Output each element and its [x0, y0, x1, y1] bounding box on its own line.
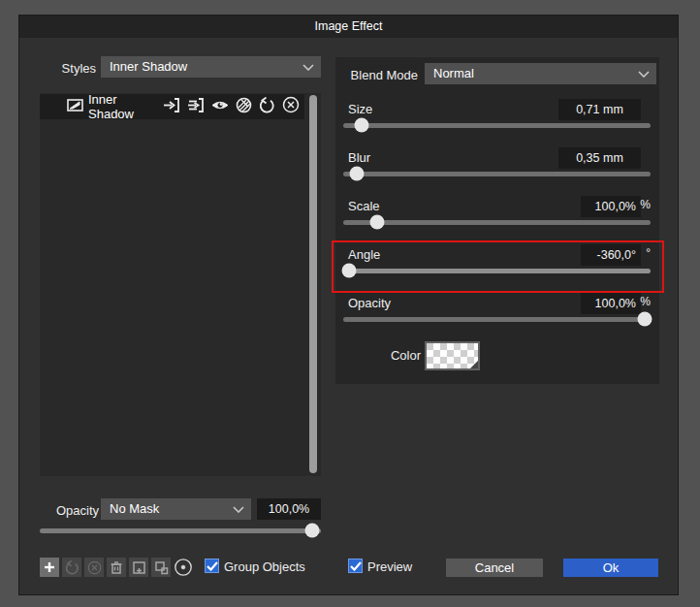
slider-handle[interactable] — [369, 215, 384, 230]
dialog-title: Image Effect — [315, 19, 383, 33]
slider-track[interactable] — [343, 317, 651, 322]
mask-opacity-value[interactable]: 100,0% — [257, 498, 321, 520]
styles-dropdown[interactable]: Inner Shadow — [101, 56, 321, 78]
mask-opacity-slider[interactable] — [40, 524, 321, 538]
chevron-down-icon — [233, 506, 244, 513]
blend-mode-dropdown[interactable]: Normal — [425, 63, 656, 84]
duplicate-icon[interactable] — [151, 558, 171, 577]
layer-row-inner-shadow[interactable]: Inner Shadow — [40, 94, 304, 119]
import-multiple-icon[interactable] — [187, 97, 205, 117]
mask-opacity-label: Opacity — [19, 503, 99, 518]
group-objects-label: Group Objects — [224, 559, 305, 574]
delete-icon[interactable] — [107, 558, 126, 577]
layer-toolbar — [40, 558, 193, 577]
size-slider[interactable] — [343, 118, 651, 133]
blend-mode-value: Normal — [433, 66, 474, 80]
remove-icon[interactable] — [282, 96, 300, 117]
blur-label: Blur — [348, 150, 370, 165]
scale-value[interactable]: 100,0% — [581, 196, 641, 217]
styles-dropdown-value: Inner Shadow — [110, 59, 187, 74]
scale-label: Scale — [348, 199, 380, 213]
scale-slider[interactable] — [343, 215, 651, 230]
slider-track[interactable] — [343, 172, 651, 176]
angle-label: Angle — [348, 247, 380, 262]
chevron-down-icon — [638, 71, 650, 78]
slider-track[interactable] — [343, 220, 651, 225]
layer-list-scrollbar[interactable] — [309, 95, 317, 473]
angle-slider[interactable] — [343, 264, 651, 278]
cancel-circle-icon[interactable] — [84, 558, 104, 577]
blend-mode-label: Blend Mode — [310, 68, 418, 82]
dialog-titlebar[interactable]: Image Effect — [19, 16, 678, 38]
opacity-unit: % — [640, 295, 651, 308]
import-icon[interactable] — [163, 97, 180, 117]
scale-row: Scale 100,0% % — [335, 196, 659, 244]
size-label: Size — [348, 102, 372, 116]
opacity-value[interactable]: 100,0% — [581, 293, 641, 314]
image-icon — [67, 98, 83, 115]
scale-unit: % — [640, 198, 651, 211]
styles-label: Styles — [19, 61, 96, 76]
group-objects-checkbox[interactable] — [205, 559, 219, 573]
opacity-label: Opacity — [348, 296, 391, 310]
swatch-corner-icon — [470, 361, 478, 368]
size-value[interactable]: 0,71 mm — [558, 99, 641, 120]
new-effect-icon[interactable] — [129, 558, 148, 577]
layer-name: Inner Shadow — [88, 92, 163, 121]
visibility-icon[interactable] — [211, 98, 229, 116]
angle-row: Angle -360,0° ° — [335, 244, 659, 293]
target-icon[interactable] — [174, 558, 193, 577]
slider-handle[interactable] — [342, 264, 357, 278]
ok-button[interactable]: Ok — [563, 559, 658, 577]
preview-checkbox[interactable] — [348, 559, 363, 573]
image-effect-dialog: Image Effect Styles Inner Shadow Inner S… — [18, 15, 679, 595]
slider-track[interactable] — [40, 528, 321, 533]
mask-dropdown[interactable]: No Mask — [101, 498, 251, 520]
reset-icon[interactable] — [259, 97, 275, 117]
check-icon — [350, 561, 362, 571]
mask-dropdown-value: No Mask — [110, 501, 159, 516]
add-icon[interactable] — [40, 558, 59, 577]
blur-value[interactable]: 0,35 mm — [558, 147, 641, 169]
color-label: Color — [343, 348, 421, 363]
slider-handle[interactable] — [350, 167, 365, 181]
opacity-row: Opacity 100,0% % — [335, 293, 659, 341]
slider-track[interactable] — [343, 123, 651, 128]
cancel-button[interactable]: Cancel — [446, 559, 543, 577]
preview-label: Preview — [367, 559, 412, 574]
undo-icon[interactable] — [62, 558, 81, 577]
slider-handle[interactable] — [305, 524, 320, 538]
size-row: Size 0,71 mm — [335, 99, 659, 147]
color-swatch[interactable] — [425, 341, 480, 370]
slider-track[interactable] — [343, 269, 651, 273]
angle-unit: ° — [646, 246, 651, 260]
opacity-slider[interactable] — [343, 312, 651, 327]
check-icon — [207, 561, 218, 571]
blur-slider[interactable] — [343, 167, 651, 181]
blur-row: Blur 0,35 mm — [335, 147, 659, 196]
effect-layer-list[interactable]: Inner Shadow — [40, 93, 321, 476]
texture-icon[interactable] — [236, 97, 252, 117]
slider-handle[interactable] — [355, 118, 369, 133]
angle-value[interactable]: -360,0° — [581, 244, 641, 266]
slider-handle[interactable] — [637, 312, 652, 327]
